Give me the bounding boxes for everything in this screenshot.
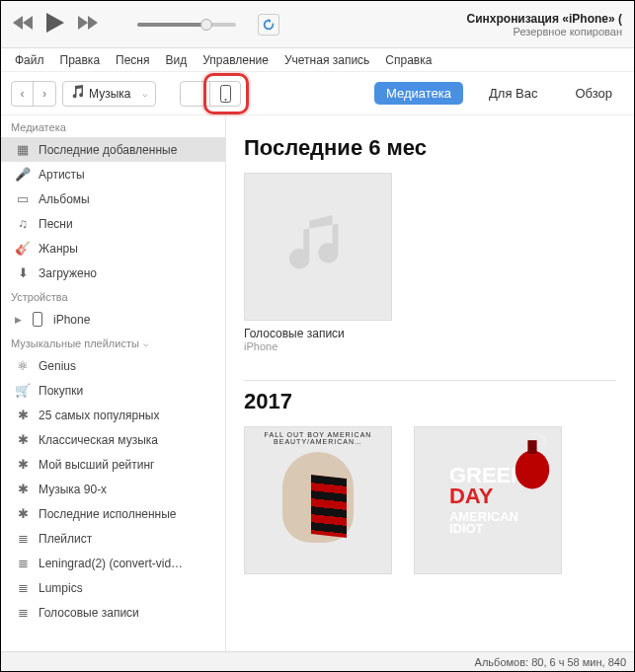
- album-fall-out-boy[interactable]: FALL OUT BOY AMERICAN BEAUTY/AMERICAN…: [244, 426, 392, 574]
- status-text: Альбомов: 80, 6 ч 58 мин, 840: [475, 656, 626, 668]
- sidebar-playlist-genius[interactable]: ⚛Genius: [1, 353, 225, 378]
- sync-spinner-icon: [258, 14, 279, 36]
- sidebar-label: Leningrad(2) (convert-vid…: [39, 557, 183, 570]
- sidebar-playlist-top25[interactable]: ✱25 самых популярных: [1, 403, 225, 427]
- player-bar: Синхронизация «iPhone» ( Резервное копир…: [1, 1, 634, 48]
- genius-icon: ⚛: [15, 358, 31, 373]
- volume-slider[interactable]: [137, 23, 236, 27]
- menu-help[interactable]: Справка: [385, 53, 432, 67]
- sidebar-head-library: Медиатека: [1, 115, 225, 137]
- menu-song[interactable]: Песня: [116, 53, 149, 67]
- sidebar: Медиатека ▦Последние добавленные 🎤Артист…: [1, 115, 226, 651]
- status-bar: Альбомов: 80, 6 ч 58 мин, 840: [1, 651, 634, 671]
- smart-playlist-icon: ✱: [15, 432, 31, 447]
- menu-controls[interactable]: Управление: [202, 53, 269, 67]
- prev-track-button[interactable]: [13, 16, 33, 33]
- menu-file[interactable]: Файл: [15, 53, 44, 67]
- sync-subtitle: Резервное копирован: [467, 26, 623, 37]
- sidebar-label: Песни: [39, 217, 73, 231]
- sidebar-label: Последние добавленные: [39, 143, 177, 157]
- sidebar-playlist-purchases[interactable]: 🛒Покупки: [1, 378, 225, 403]
- music-note-icon: [71, 85, 83, 102]
- sidebar-playlist-90s[interactable]: ✱Музыка 90-х: [1, 477, 225, 501]
- mic-icon: 🎤: [15, 167, 31, 182]
- highlight-annotation: [203, 73, 249, 114]
- tab-for-you[interactable]: Для Вас: [477, 82, 549, 105]
- volume-fill: [137, 23, 206, 27]
- grid-icon: ▦: [15, 142, 31, 157]
- sidebar-item-songs[interactable]: ♫Песни: [1, 211, 225, 236]
- sidebar-head-playlists-label: Музыкальные плейлисты: [11, 337, 139, 349]
- sidebar-item-downloaded[interactable]: ⬇Загружено: [1, 261, 225, 285]
- tab-browse[interactable]: Обзор: [563, 82, 624, 105]
- sidebar-playlist-top-rated[interactable]: ✱Мой высший рейтинг: [1, 452, 225, 477]
- playlist-icon: ≣: [15, 531, 31, 546]
- sidebar-label: Музыка 90-х: [39, 483, 107, 496]
- toolbar: ‹ › Музыка ⌵ Медиатека Для Вас Обзор: [1, 72, 634, 115]
- section-divider: [244, 380, 616, 381]
- album-grid-2017: FALL OUT BOY AMERICAN BEAUTY/AMERICAN… G…: [244, 426, 616, 574]
- smart-playlist-icon: ✱: [15, 506, 31, 521]
- svg-rect-4: [527, 440, 536, 454]
- album-voice-memos[interactable]: Голосовые записи iPhone: [244, 173, 392, 352]
- sidebar-playlist-voice-memos[interactable]: ≣Голосовые записи: [1, 600, 225, 625]
- sidebar-label: iPhone: [53, 313, 90, 327]
- menu-edit[interactable]: Правка: [60, 53, 101, 67]
- nav-back-button[interactable]: ‹: [12, 82, 34, 106]
- album-subtitle: iPhone: [244, 340, 392, 352]
- section-title-recent: Последние 6 мес: [244, 135, 616, 161]
- album-name: Голосовые записи: [244, 327, 392, 340]
- note-icon: ♫: [15, 216, 31, 231]
- sidebar-item-iphone[interactable]: ▶iPhone: [1, 307, 225, 332]
- smart-playlist-icon: ✱: [15, 482, 31, 496]
- sidebar-playlist-leningrad[interactable]: ≣Leningrad(2) (convert-vid…: [1, 551, 225, 575]
- iphone-icon: [30, 312, 45, 327]
- download-icon: ⬇: [15, 265, 31, 280]
- smart-playlist-icon: ✱: [15, 408, 31, 422]
- sidebar-item-artists[interactable]: 🎤Артисты: [1, 162, 225, 187]
- cover-flag-shape: [311, 475, 347, 538]
- volume-knob[interactable]: [200, 19, 212, 31]
- menu-account[interactable]: Учетная запись: [284, 53, 369, 67]
- playback-controls: [13, 13, 98, 36]
- grenade-icon: [510, 433, 555, 490]
- sidebar-playlist-playlist[interactable]: ≣Плейлист: [1, 526, 225, 551]
- album-grid-recent: Голосовые записи iPhone: [244, 173, 616, 352]
- sidebar-item-genres[interactable]: 🎸Жанры: [1, 236, 225, 261]
- sidebar-head-playlists[interactable]: Музыкальные плейлисты⌵: [1, 332, 225, 353]
- sidebar-label: Жанры: [39, 242, 78, 256]
- cart-icon: 🛒: [15, 383, 31, 398]
- playlist-icon: ≣: [15, 605, 31, 620]
- sidebar-playlist-lumpics[interactable]: ≣Lumpics: [1, 575, 225, 600]
- playlist-icon: ≣: [15, 580, 31, 595]
- tab-mediateka[interactable]: Медиатека: [374, 82, 463, 105]
- sidebar-item-recently-added[interactable]: ▦Последние добавленные: [1, 137, 225, 162]
- volume-control[interactable]: [137, 23, 236, 27]
- body: Медиатека ▦Последние добавленные 🎤Артист…: [1, 115, 634, 651]
- album-cover-art: GREEN DAY AMERICAN IDIOT: [414, 426, 562, 574]
- menu-view[interactable]: Вид: [166, 53, 188, 67]
- nav-forward-button[interactable]: ›: [34, 82, 55, 106]
- device-toolbar-group: [180, 81, 241, 107]
- album-green-day[interactable]: GREEN DAY AMERICAN IDIOT: [414, 426, 562, 574]
- nav-back-forward: ‹ ›: [11, 81, 56, 107]
- sidebar-head-devices: Устройства: [1, 285, 225, 307]
- smart-playlist-icon: ✱: [15, 457, 31, 472]
- next-track-button[interactable]: [78, 16, 98, 33]
- chevron-down-icon: ⌵: [142, 89, 147, 99]
- sidebar-playlist-recent-played[interactable]: ✱Последние исполненные: [1, 501, 225, 526]
- sidebar-playlist-classical[interactable]: ✱Классическая музыка: [1, 427, 225, 452]
- guitar-icon: 🎸: [15, 241, 31, 256]
- menu-bar: Файл Правка Песня Вид Управление Учетная…: [1, 48, 634, 72]
- sidebar-label: 25 самых популярных: [39, 409, 159, 422]
- album-cover-placeholder: [244, 173, 392, 321]
- sync-title: Синхронизация «iPhone» (: [467, 12, 623, 26]
- sidebar-item-albums[interactable]: ▭Альбомы: [1, 187, 225, 211]
- library-selector[interactable]: Музыка ⌵: [62, 81, 156, 107]
- sidebar-label: Мой высший рейтинг: [39, 458, 154, 472]
- disclosure-triangle-icon[interactable]: ▶: [15, 315, 22, 325]
- play-button[interactable]: [46, 13, 64, 36]
- sidebar-label: Голосовые записи: [39, 606, 139, 620]
- sidebar-label: Lumpics: [39, 581, 83, 595]
- section-title-2017: 2017: [244, 389, 616, 414]
